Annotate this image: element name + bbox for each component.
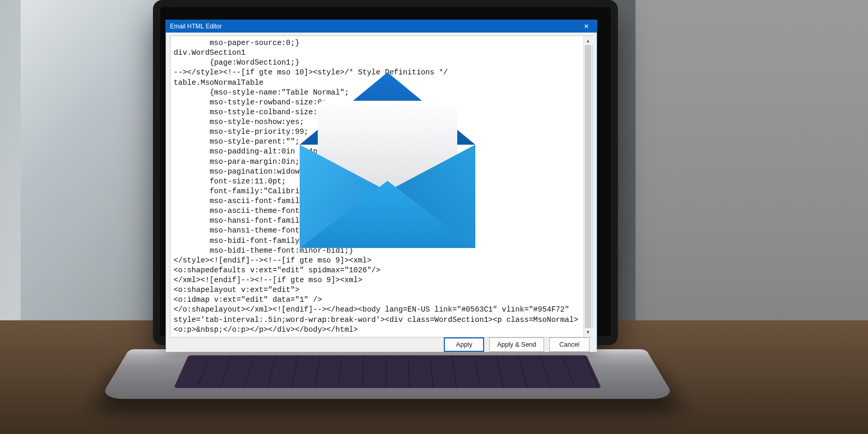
close-button[interactable]: ✕	[576, 20, 597, 33]
scroll-track[interactable]	[584, 45, 592, 328]
photo-window-frame	[21, 0, 176, 331]
cancel-button[interactable]: Cancel	[549, 337, 590, 352]
apply-and-send-button[interactable]: Apply & Send	[489, 337, 544, 352]
laptop-base	[100, 349, 675, 399]
chevron-down-icon: ▼	[586, 330, 591, 335]
close-icon: ✕	[584, 23, 589, 30]
editor-container: mso-paper-source:0;} div.WordSection1 {p…	[170, 36, 593, 337]
dialog-button-row: Apply Apply & Send Cancel	[166, 337, 597, 352]
titlebar[interactable]: Email HTML Editor ✕	[166, 20, 597, 33]
scene-background: Email HTML Editor ✕ mso-paper-source:0;}…	[0, 0, 868, 434]
cancel-button-label: Cancel	[560, 341, 580, 348]
apply-button-label: Apply	[456, 341, 472, 348]
scroll-up-button[interactable]: ▲	[584, 36, 593, 45]
html-source-textarea[interactable]: mso-paper-source:0;} div.WordSection1 {p…	[171, 36, 583, 337]
scroll-down-button[interactable]: ▼	[584, 328, 593, 337]
vertical-scrollbar[interactable]: ▲ ▼	[583, 36, 592, 337]
chevron-up-icon: ▲	[586, 38, 591, 43]
scroll-thumb[interactable]	[585, 45, 591, 328]
window-title: Email HTML Editor	[170, 23, 222, 30]
laptop-keyboard	[174, 355, 601, 388]
apply-button[interactable]: Apply	[444, 337, 484, 352]
apply-and-send-button-label: Apply & Send	[497, 341, 536, 348]
email-html-editor-window: Email HTML Editor ✕ mso-paper-source:0;}…	[165, 20, 597, 348]
